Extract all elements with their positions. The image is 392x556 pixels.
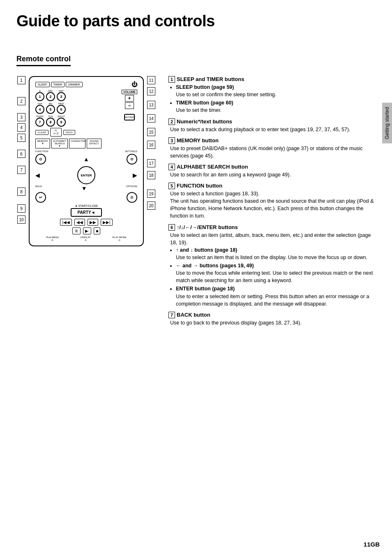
desc-num-6: 6 [168,224,175,231]
play-mode-label: PLAY MODE⊙ [112,236,126,241]
next-track: ▶▶| [101,219,113,226]
desc-heading-1: 1 SLEEP and TIMER buttons [168,76,376,83]
back-options-btns: ↩ ⊙ [35,192,137,203]
desc-item-7: 7 BACK button Use to go back to the prev… [168,312,376,327]
desc-6-bullet-2: ← and → buttons (pages 19, 49)Use to mov… [176,262,376,284]
options-btn: ⊙ [127,192,137,203]
side-tab: Getting started [382,103,392,144]
left-side-numbers: 1 2 3 4 5 6 7 8 9 10 [17,76,25,225]
left-num-7: 7 [17,166,25,174]
desc-body-7: Use to go back to the previous display (… [168,319,376,327]
desc-item-5: 5 FUNCTION button Use to select a functi… [168,183,376,220]
clear-btn: CLEAR [35,130,48,135]
back-label: BACK [35,185,42,192]
desc-body-5: Use to select a function (pages 18, 33).… [168,190,376,220]
desc-heading-7: 7 BACK button [168,312,376,318]
dsgx-btn: DSGX [63,130,75,135]
right-num-12: 12 [147,87,155,95]
down-arrow-nav: ▼ [81,185,87,192]
stop-btn: ■ [94,227,100,234]
num-9: WXYZ 9 [57,115,66,127]
num-4: GHI 4 [35,102,44,114]
up-arrow: ▲ [83,156,89,162]
right-num-14: 14 [147,114,155,123]
desc-title-5: FUNCTION button [177,183,222,189]
desc-item-6: 6 ↑/↓/←/→/ENTER buttons Use to select an… [168,224,376,308]
transport-row-2: ⏸ ▶· ■ [35,227,137,234]
right-num-19: 19 [147,190,155,198]
top-buttons: SLEEP TIMER DIMMER [35,82,83,87]
desc-item-4: 4 ALPHABET SEARCH button Use to search f… [168,164,376,178]
vol-minus: − [125,102,134,109]
num-3: DEF 3 [57,90,66,101]
num-grid-area: ● 1 ABC 2 DEF 3 [35,90,75,137]
volume-label: VOLUME [122,90,137,94]
play-btn: ▶· [83,227,92,234]
desc-body-6: Use to select an item (artist, album, tr… [168,232,376,308]
enter-btn: ENTER [77,166,95,184]
func-settings-btns: ⊙ ▲ ⊙ [35,154,137,164]
num-7: PQRS 7 [35,115,44,127]
desc-item-3: 3 MEMORY button Use to preset DAB/DAB+ s… [168,137,376,160]
desc-title-7: BACK button [177,312,210,318]
desc-num-7: 7 [168,312,175,318]
sleep-btn: SLEEP [35,82,50,87]
left-num-10: 10 [17,215,25,224]
desc-item-1: 1 SLEEP and TIMER buttons SLEEP button (… [168,76,376,114]
desc-body-2: Use to select a track during playback or… [168,126,376,133]
party-btn: PARTY◄ [71,208,101,217]
left-arrow-nav: ◀ [35,172,40,178]
desc-num-4: 4 [168,164,175,170]
start-close-label: ◄ START/CLOSE [35,204,137,207]
display-label: DISPLAY⊙ [81,236,91,241]
power-icon: ⏻ [131,81,137,88]
memory-label: MEMORY▼ [35,139,50,148]
descriptions-panel: 1 SLEEP and TIMER buttons SLEEP button (… [164,76,376,331]
function-row-labels: MEMORY▼ ALPHABETSEARCH▼ CHARACTER SOUNDE… [35,139,137,148]
desc-heading-4: 4 ALPHABET SEARCH button [168,164,376,170]
vol-plus: + [125,95,134,102]
right-num-15: 15 [147,128,155,136]
nav-row-middle: ◀ ENTER ▶ [35,166,137,184]
timer-btn: TIMER [51,82,65,87]
remote-diagram: 1 2 3 4 5 6 7 8 9 10 11 12 13 14 15 16 1… [29,76,144,246]
muting-btn: MUTING [124,114,135,120]
rew: ◀◀ [74,219,85,226]
right-num-11: 11 [147,76,155,84]
desc-body-4: Use to search for an item using a keywor… [168,171,376,178]
num-5: JKL 5 [46,102,55,114]
left-num-4: 4 [17,123,25,132]
num-1: ● 1 [35,90,44,101]
desc-title-1: SLEEP and TIMER buttons [177,76,244,82]
back-btn: ↩ [35,192,46,203]
desc-title-6: ↑/↓/←/→/ENTER buttons [177,224,238,230]
desc-1-bullet-2: TIMER button (page 60)Use to set the tim… [176,99,376,114]
right-num-13: 13 [147,101,155,109]
sound-effect-label: SOUNDEFFECT [87,139,101,148]
right-arrow-nav: ▶ [133,172,137,178]
func-settings-row: FUNCTION SETTINGS [35,150,137,153]
dimmer-btn: DIMMER [66,82,82,87]
desc-num-3: 3 [168,137,175,144]
remote-body: SLEEP TIMER DIMMER ⏻ ● 1 [29,76,144,246]
desc-body-1: SLEEP button (page 59)Use to set or conf… [168,83,376,114]
options-label: OPTIONS [126,185,137,192]
desc-6-bullet-3: ENTER button (page 18)Use to enter a sel… [176,285,376,307]
settings-label: SETTINGS [125,150,137,153]
zero-btn: /=↩ 0 [50,128,62,137]
left-num-6: 6 [17,150,25,158]
page-title: Guide to parts and controls [16,12,376,30]
desc-body-3: Use to preset DAB/DAB+ stations (UK mode… [168,145,376,160]
ipod-menu-label: iPod MENU⊙ [46,236,59,241]
desc-num-5: 5 [168,183,175,189]
right-num-17: 17 [147,159,155,167]
back-options-labels: BACK ▼ OPTIONS [35,185,137,192]
desc-heading-2: 2 Numeric*/text buttons [168,118,376,125]
desc-title-2: Numeric*/text buttons [177,118,232,125]
function-label: FUNCTION [35,150,48,153]
bottom-labels: iPod MENU⊙ DISPLAY⊙ PLAY MODE⊙ [35,236,137,241]
desc-item-2: 2 Numeric*/text buttons Use to select a … [168,118,376,133]
desc-num-1: 1 [168,76,175,83]
desc-1-bullet-1: SLEEP button (page 59)Use to set or conf… [176,83,376,98]
page-number: 11GB [364,541,380,548]
